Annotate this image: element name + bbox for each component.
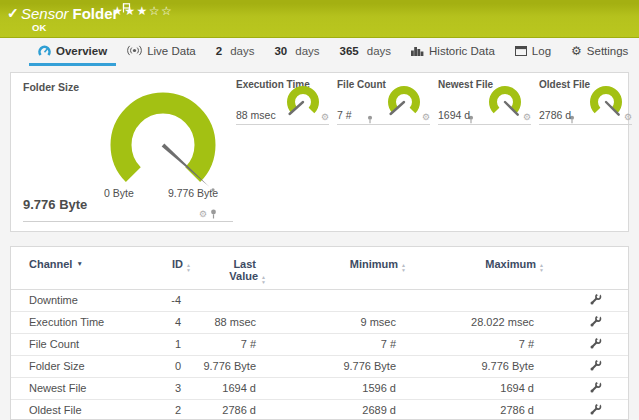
channel-cell[interactable]: Newest File (11, 377, 151, 399)
tab-overview-label: Overview (56, 45, 107, 57)
last-value-cell: 2786 d (181, 399, 256, 420)
channel-cell[interactable]: Downtime (11, 289, 151, 311)
column-header-last-value[interactable]: Last Value▲▼ (181, 247, 256, 289)
tab-settings[interactable]: ⚙ Settings (569, 38, 630, 66)
small-gauge-dial (383, 81, 425, 125)
small-gauge-oldest-file[interactable]: Oldest File 2786 d ⚙ (539, 79, 632, 125)
main-gauge-value: 9.776 Byte (23, 197, 87, 212)
sort-icon[interactable]: ▲▼ (401, 263, 406, 272)
main-gauge-actions: ⚙ (199, 209, 217, 219)
last-value-cell: 7 # (181, 333, 256, 355)
small-gauge-actions: ⚙ (422, 113, 430, 121)
channel-cell[interactable]: Oldest File (11, 399, 151, 420)
minimum-cell: 9 msec (256, 311, 396, 333)
gear-icon[interactable]: ⚙ (199, 210, 207, 218)
gear-icon[interactable]: ⚙ (422, 113, 430, 121)
tab-30-days-number: 30 (274, 45, 287, 57)
table-row-newest-file: Newest File 3 1694 d 1596 d 1694 d (11, 377, 628, 399)
small-gauge-actions: ⚙ (624, 113, 632, 121)
minimum-cell: 9.776 Byte (256, 355, 396, 377)
prtg-sensor-page: ✓ SensorFolder ★★★☆☆ OK Overview Live Da… (0, 0, 639, 420)
id-cell: -4 (151, 289, 181, 311)
gear-icon[interactable]: ⚙ (523, 113, 531, 121)
sort-icon[interactable]: ▲▼ (186, 263, 191, 272)
sensor-header: ✓ SensorFolder ★★★☆☆ OK (0, 0, 639, 38)
minimum-cell: 2689 d (256, 399, 396, 420)
main-gauge-scale-min: 0 Byte (89, 187, 149, 199)
tab-bar: Overview Live Data 2days 30days 365days … (0, 38, 639, 66)
small-gauge-title: Oldest File (539, 79, 590, 90)
column-header-maximum[interactable]: Maximum▲▼ (396, 247, 534, 289)
tab-2-days-number: 2 (216, 45, 222, 57)
wrench-icon[interactable] (589, 381, 602, 394)
column-header-id-label: ID (172, 258, 183, 270)
main-gauge-title: Folder Size (23, 81, 79, 93)
id-cell: 2 (151, 399, 181, 420)
gear-icon: ⚙ (571, 46, 582, 56)
maximum-cell: 1694 d (396, 377, 534, 399)
channel-cell[interactable]: Execution Time (11, 311, 151, 333)
bar-chart-icon (411, 46, 424, 56)
small-gauge-dial (585, 81, 627, 125)
id-cell: 3 (151, 377, 181, 399)
wrench-icon[interactable] (589, 337, 602, 350)
folder-size-gauge[interactable] (73, 81, 253, 231)
table-row-oldest-file: Oldest File 2 2786 d 2689 d 2786 d (11, 399, 628, 420)
last-value-cell: 1694 d (181, 377, 256, 399)
id-cell: 0 (151, 355, 181, 377)
priority-stars[interactable]: ★★★☆☆ (112, 4, 173, 18)
small-gauge-actions: ⚙ (523, 113, 531, 121)
column-header-minimum[interactable]: Minimum▲▼ (256, 247, 396, 289)
log-icon (515, 46, 527, 56)
column-header-channel[interactable]: Channel▼ (11, 247, 151, 289)
small-gauge-newest-file[interactable]: Newest File 1694 d ⚙ (438, 79, 531, 125)
pin-icon[interactable] (210, 209, 217, 219)
small-gauge-dial (484, 81, 526, 125)
gear-icon[interactable]: ⚙ (624, 113, 632, 121)
last-value-cell (181, 289, 256, 311)
channel-cell[interactable]: Folder Size (11, 355, 151, 377)
tab-365-days[interactable]: 365days (338, 38, 393, 66)
minimum-cell (256, 289, 396, 311)
table-header-row: Channel▼ ID▲▼ Last Value▲▼ Minimum▲▼ Max… (11, 247, 628, 289)
gauges-panel: Folder Size 0 Byte 9.776 Byte 9.776 Byte… (10, 72, 629, 232)
small-gauge-dial (282, 81, 324, 125)
channels-table: Channel▼ ID▲▼ Last Value▲▼ Minimum▲▼ Max… (11, 247, 628, 420)
tab-2-days-label: days (230, 45, 254, 57)
wrench-icon[interactable] (589, 293, 602, 306)
tab-30-days[interactable]: 30days (272, 38, 321, 66)
table-row-downtime: Downtime -4 (11, 289, 628, 311)
tab-overview[interactable]: Overview (29, 38, 116, 66)
minimum-cell: 1596 d (256, 377, 396, 399)
small-gauge-value: 88 msec (236, 109, 276, 121)
tab-365-days-label: days (367, 45, 391, 57)
tab-log[interactable]: Log (513, 38, 553, 66)
gear-icon[interactable]: ⚙ (321, 113, 329, 121)
sort-icon[interactable]: ▲▼ (261, 275, 266, 284)
sort-icon[interactable]: ▲▼ (539, 263, 544, 272)
small-gauge-execution-time[interactable]: Execution Time 88 msec ⚙ (236, 79, 329, 125)
minimum-cell: 7 # (256, 333, 396, 355)
small-gauge-value: 2786 d (539, 109, 571, 121)
id-cell: 4 (151, 311, 181, 333)
sensor-status-text: OK (32, 22, 46, 33)
tab-30-days-label: days (295, 45, 319, 57)
maximum-cell: 28.022 msec (396, 311, 534, 333)
id-cell: 1 (151, 333, 181, 355)
tab-historic-data[interactable]: Historic Data (409, 38, 497, 66)
tab-365-days-number: 365 (340, 45, 359, 57)
wrench-icon[interactable] (589, 403, 602, 416)
column-header-id[interactable]: ID▲▼ (151, 247, 181, 289)
tab-2-days[interactable]: 2days (214, 38, 257, 66)
small-gauge-file-count[interactable]: File Count 7 # ⚙ (337, 79, 430, 125)
maximum-cell (396, 289, 534, 311)
tab-live-data[interactable]: Live Data (125, 38, 198, 66)
table-row-folder-size: Folder Size 0 9.776 Byte 9.776 Byte 9.77… (11, 355, 628, 377)
status-ok-check-icon: ✓ (7, 5, 19, 21)
channel-cell[interactable]: File Count (11, 333, 151, 355)
wrench-icon[interactable] (589, 359, 602, 372)
sort-caret-down-icon: ▼ (76, 260, 82, 267)
main-gauge-scale-max: 9.776 Byte (153, 187, 233, 199)
wrench-icon[interactable] (589, 315, 602, 328)
table-row-file-count: File Count 1 7 # 7 # 7 # (11, 333, 628, 355)
